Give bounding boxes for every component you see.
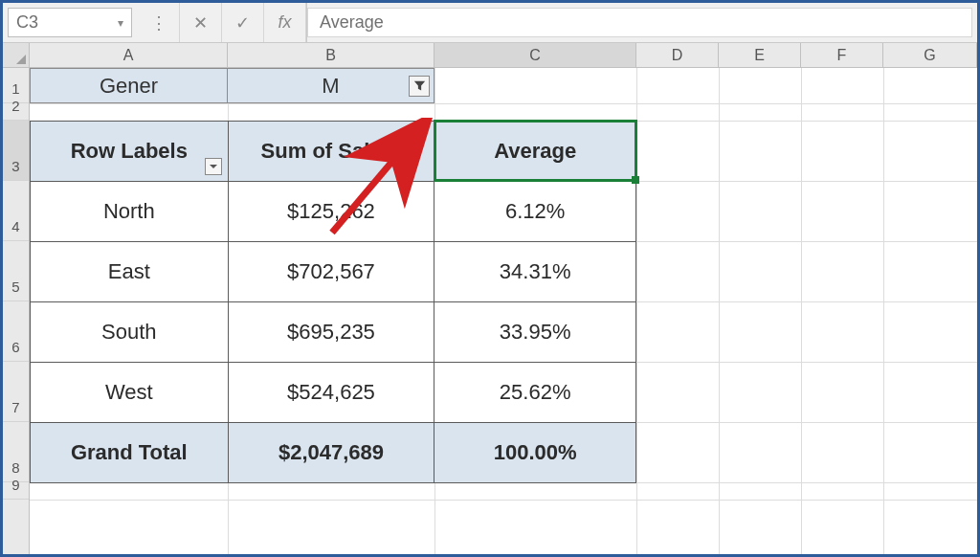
col-head-d[interactable]: D <box>636 43 719 67</box>
col-head-a[interactable]: A <box>30 43 228 67</box>
cell[interactable]: 33.95% <box>434 302 636 363</box>
pivot-filter-row: Gener M <box>30 68 434 103</box>
cell[interactable]: Grand Total <box>31 423 229 483</box>
excel-window: C3 ▾ ⋮ ✕ ✓ fx Average A B C D E F G 1 2 … <box>0 0 980 557</box>
cancel-button[interactable]: ✕ <box>180 3 222 42</box>
col-head-c[interactable]: C <box>434 43 636 67</box>
enter-button[interactable]: ✓ <box>222 3 264 42</box>
cell[interactable]: 6.12% <box>434 182 636 242</box>
cell[interactable]: $695,235 <box>228 302 434 363</box>
col-head-f[interactable]: F <box>801 43 883 67</box>
cell[interactable]: 25.62% <box>434 363 636 423</box>
cell[interactable]: North <box>31 182 229 242</box>
chevron-down-icon <box>209 162 218 171</box>
col-head-e[interactable]: E <box>719 43 801 67</box>
header-average[interactable]: Average <box>434 122 636 182</box>
pivot-filter-value: M <box>322 74 339 99</box>
name-box-text: C3 <box>16 12 118 33</box>
cell[interactable]: 100.00% <box>434 423 636 483</box>
cell[interactable]: $2,047,689 <box>228 423 434 483</box>
cell[interactable]: 34.31% <box>434 242 636 302</box>
cell[interactable]: $524,625 <box>228 363 434 423</box>
insert-function-button[interactable]: fx <box>264 3 306 42</box>
pivot-filter-label: Gener <box>30 68 228 103</box>
cell[interactable]: $125,262 <box>228 182 434 242</box>
header-sum-salary[interactable]: Sum of Salary <box>228 122 434 182</box>
col-head-g[interactable]: G <box>883 43 977 67</box>
cell[interactable]: East <box>31 242 229 302</box>
cell[interactable]: South <box>31 302 229 363</box>
cell[interactable]: $702,567 <box>228 242 434 302</box>
row-labels-dropdown[interactable] <box>205 158 222 175</box>
row-head-3[interactable]: 3 <box>3 121 29 181</box>
table-row: South $695,235 33.95% <box>31 302 636 363</box>
table-row: North $125,262 6.12% <box>31 182 636 242</box>
row-head-4[interactable]: 4 <box>3 181 29 241</box>
column-headers: A B C D E F G <box>3 43 977 68</box>
grand-total-row: Grand Total $2,047,689 100.00% <box>31 423 636 483</box>
formula-options-button[interactable]: ⋮ <box>138 3 180 42</box>
formula-input-text: Average <box>320 12 384 33</box>
pivot-filter-value-cell[interactable]: M <box>228 68 434 103</box>
row-head-8[interactable]: 8 <box>3 422 29 482</box>
pivot-table: Row Labels Sum of Salary Average <box>30 121 636 483</box>
spreadsheet-grid: A B C D E F G 1 2 3 4 5 6 7 8 9 <box>3 43 977 554</box>
name-box[interactable]: C3 ▾ <box>8 8 132 37</box>
cell[interactable]: West <box>31 363 229 423</box>
header-row-labels[interactable]: Row Labels <box>31 122 229 182</box>
formula-bar: C3 ▾ ⋮ ✕ ✓ fx Average <box>3 3 977 43</box>
filter-icon <box>413 79 426 92</box>
table-row: East $702,567 34.31% <box>31 242 636 302</box>
table-row: West $524,625 25.62% <box>31 363 636 423</box>
select-all-corner[interactable] <box>3 43 30 67</box>
row-head-7[interactable]: 7 <box>3 362 29 422</box>
filter-dropdown-button[interactable] <box>409 76 430 97</box>
col-head-b[interactable]: B <box>228 43 434 67</box>
row-head-5[interactable]: 5 <box>3 241 29 301</box>
chevron-down-icon: ▾ <box>118 16 123 30</box>
row-headers: 1 2 3 4 5 6 7 8 9 <box>3 68 30 554</box>
row-head-6[interactable]: 6 <box>3 301 29 362</box>
cell-area[interactable]: Gener M <box>30 68 977 554</box>
row-head-9[interactable]: 9 <box>3 482 29 500</box>
formula-input[interactable]: Average <box>307 8 972 37</box>
row-head-2[interactable]: 2 <box>3 103 29 121</box>
